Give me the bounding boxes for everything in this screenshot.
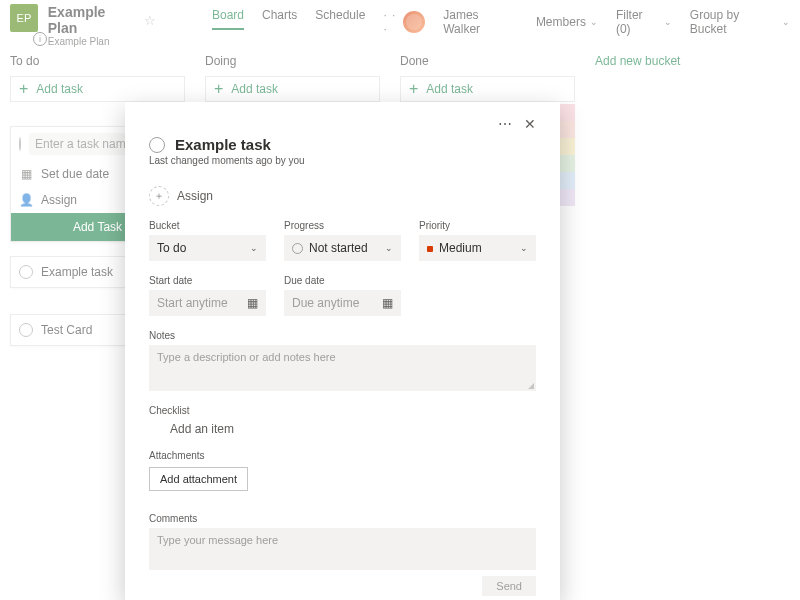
chevron-down-icon: ⌄	[520, 243, 528, 253]
calendar-icon: ▦	[247, 296, 258, 310]
bucket-value: To do	[157, 241, 186, 255]
task-circle-icon	[149, 423, 162, 436]
progress-field-label: Progress	[284, 220, 401, 231]
due-date-label: Due date	[284, 275, 401, 286]
notes-textarea[interactable]: Type a description or add notes here	[149, 345, 536, 391]
priority-indicator-icon	[427, 246, 433, 252]
bucket-field-label: Bucket	[149, 220, 266, 231]
close-icon[interactable]: ✕	[524, 116, 536, 132]
chevron-down-icon: ⌄	[385, 243, 393, 253]
add-attachment-button[interactable]: Add attachment	[149, 467, 248, 491]
task-title[interactable]: Example task	[175, 136, 271, 153]
bucket-dropdown[interactable]: To do ⌄	[149, 235, 266, 261]
calendar-icon: ▦	[382, 296, 393, 310]
progress-value: Not started	[309, 241, 368, 255]
progress-dropdown[interactable]: Not started ⌄	[284, 235, 401, 261]
comment-textarea[interactable]: Type your message here	[149, 528, 536, 570]
assign-button[interactable]: ＋ Assign	[149, 186, 536, 206]
assign-label: Assign	[177, 189, 213, 203]
checklist-label: Checklist	[149, 405, 536, 416]
attachments-label: Attachments	[149, 450, 536, 461]
task-detail-modal: ⋯ ✕ Example task Last changed moments ag…	[125, 102, 560, 600]
progress-indicator-icon	[292, 243, 303, 254]
priority-value: Medium	[439, 241, 482, 255]
task-complete-circle-icon[interactable]	[149, 137, 165, 153]
chevron-down-icon: ⌄	[250, 243, 258, 253]
due-date-input[interactable]: Due anytime ▦	[284, 290, 401, 316]
priority-field-label: Priority	[419, 220, 536, 231]
priority-dropdown[interactable]: Medium ⌄	[419, 235, 536, 261]
more-icon[interactable]: ⋯	[498, 116, 512, 132]
checklist-placeholder: Add an item	[170, 422, 234, 436]
task-last-changed: Last changed moments ago by you	[149, 155, 536, 166]
person-add-icon: ＋	[149, 186, 169, 206]
due-date-placeholder: Due anytime	[292, 296, 359, 310]
start-date-label: Start date	[149, 275, 266, 286]
start-date-input[interactable]: Start anytime ▦	[149, 290, 266, 316]
comments-label: Comments	[149, 513, 536, 524]
start-date-placeholder: Start anytime	[157, 296, 228, 310]
send-button[interactable]: Send	[482, 576, 536, 596]
checklist-add-row[interactable]: Add an item	[149, 422, 536, 436]
notes-label: Notes	[149, 330, 536, 341]
